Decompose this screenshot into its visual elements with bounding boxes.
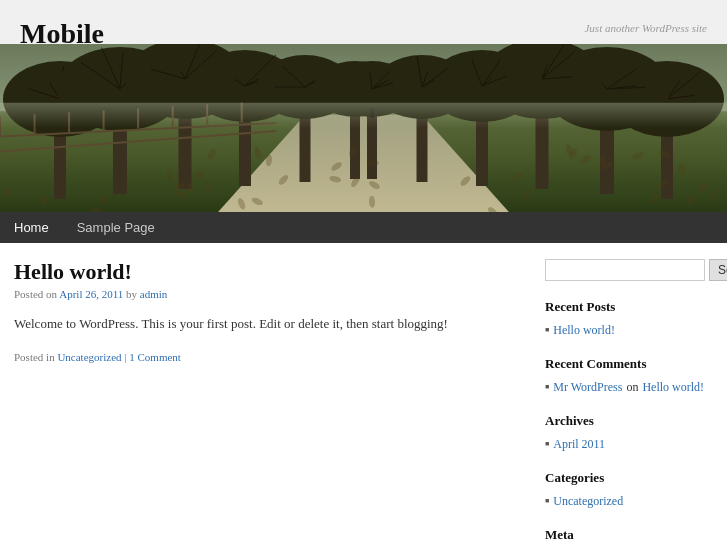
main-nav: Home Sample Page — [0, 212, 727, 243]
widget-recent-comments: Recent Comments Mr WordPress on Hello wo… — [545, 356, 713, 397]
category-link[interactable]: Uncategorized — [553, 494, 623, 509]
comment-post-link[interactable]: Hello world! — [642, 380, 704, 395]
post-meta-prefix: Posted on — [14, 288, 57, 300]
post-footer: Posted in Uncategorized | 1 Comment — [14, 351, 525, 363]
post-content: Welcome to WordPress. This is your first… — [14, 314, 525, 335]
list-item: Hello world! — [545, 321, 713, 340]
widget-archives-title: Archives — [545, 413, 713, 429]
hero-canvas — [0, 44, 727, 212]
nav-link-sample-page[interactable]: Sample Page — [63, 212, 169, 243]
widget-recent-posts: Recent Posts Hello world! — [545, 299, 713, 340]
categories-list: Uncategorized — [545, 492, 713, 511]
recent-posts-list: Hello world! — [545, 321, 713, 340]
widget-recent-comments-title: Recent Comments — [545, 356, 713, 372]
post-date-link[interactable]: April 26, 2011 — [59, 288, 123, 300]
nav-item-home[interactable]: Home — [0, 212, 63, 243]
comment-on-text: on — [626, 380, 638, 395]
archives-list: April 2011 — [545, 435, 713, 454]
nav-link-home[interactable]: Home — [0, 212, 63, 243]
sidebar: Search Recent Posts Hello world! Recent … — [545, 259, 713, 545]
list-item: Mr WordPress on Hello world! — [545, 378, 713, 397]
post-title: Hello world! — [14, 259, 525, 285]
post-article: Hello world! Posted on April 26, 2011 by… — [14, 259, 525, 363]
widget-recent-posts-title: Recent Posts — [545, 299, 713, 315]
main-content: Hello world! Posted on April 26, 2011 by… — [14, 259, 525, 545]
comment-author-link[interactable]: Mr WordPress — [553, 380, 622, 395]
widget-categories-title: Categories — [545, 470, 713, 486]
search-input[interactable] — [545, 259, 705, 281]
widget-meta: Meta Log in Entries RSS Comments RSS Wor… — [545, 527, 713, 545]
widget-archives: Archives April 2011 — [545, 413, 713, 454]
list-item: April 2011 — [545, 435, 713, 454]
archive-link[interactable]: April 2011 — [553, 437, 605, 452]
search-form: Search — [545, 259, 713, 281]
recent-post-link[interactable]: Hello world! — [553, 323, 615, 338]
post-comments-link[interactable]: 1 Comment — [129, 351, 181, 363]
hero-image — [0, 44, 727, 212]
widget-categories: Categories Uncategorized — [545, 470, 713, 511]
post-meta: Posted on April 26, 2011 by admin — [14, 288, 525, 300]
search-button[interactable]: Search — [709, 259, 727, 281]
widget-meta-title: Meta — [545, 527, 713, 543]
recent-comments-list: Mr WordPress on Hello world! — [545, 378, 713, 397]
post-footer-prefix: Posted in — [14, 351, 55, 363]
nav-item-sample-page[interactable]: Sample Page — [63, 212, 169, 243]
post-category-link[interactable]: Uncategorized — [57, 351, 121, 363]
site-description: Just another WordPress site — [20, 22, 707, 34]
post-author-link[interactable]: admin — [140, 288, 168, 300]
list-item: Uncategorized — [545, 492, 713, 511]
post-author-prefix: by — [126, 288, 140, 300]
